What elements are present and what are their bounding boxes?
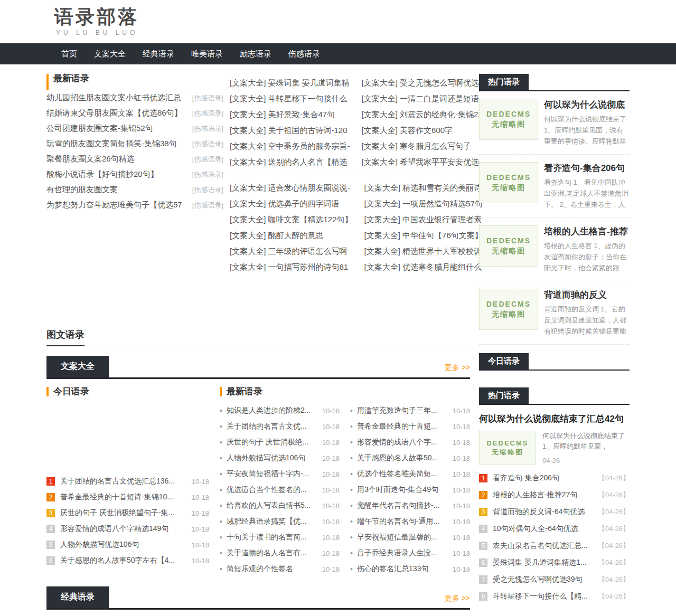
article-link[interactable]: 十句关于读书的名言简... bbox=[227, 533, 318, 542]
nav-item[interactable]: 唯美语录 bbox=[183, 43, 231, 64]
more-link[interactable]: 更多 >> bbox=[445, 594, 470, 608]
article-link[interactable]: 形容爱情的成语八个字... bbox=[357, 438, 448, 447]
article-link[interactable]: 为梦想努力奋斗励志唯美句子【优选57 bbox=[46, 200, 189, 210]
tab-classic[interactable]: 经典语录 bbox=[46, 586, 109, 608]
tab-hot-quotes-2[interactable]: 热门语录 bbox=[479, 387, 529, 404]
hot-quote-item[interactable]: DEDECMS 无缩略图 何以琛为什么说彻底 何以琛为什么说彻底结束了 1、应晖… bbox=[479, 91, 630, 155]
article-link[interactable]: 端午节的名言名句-通用... bbox=[357, 517, 448, 526]
tab-today-quotes[interactable]: 今日语录 bbox=[479, 353, 529, 369]
site-logo[interactable]: 语录部落 YU LU BU LUO bbox=[0, 0, 139, 36]
article-link[interactable]: [文案大全] 适合发心情朋友圈说说- bbox=[230, 183, 350, 192]
article-link[interactable]: [文案大全] 一句描写苏州的诗句81 bbox=[230, 262, 348, 271]
article-link[interactable]: [文案大全] 寒冬腊月怎么写句子 bbox=[362, 141, 472, 150]
article-link[interactable]: 关于团结的名言古文优选汇总136... bbox=[60, 477, 187, 486]
article-link[interactable]: [文案大全] 精选和雪有关的美丽诗 bbox=[364, 183, 482, 192]
article-link[interactable]: [文案大全] 美容作文600字 bbox=[362, 126, 453, 135]
hot-quote-item[interactable]: DEDECMS 无缩略图 看齐造句-集合206句 看齐造句 1、看见中国队冲出亚… bbox=[479, 155, 630, 218]
article-link[interactable]: 给喜欢的人写表白情书5... bbox=[227, 501, 318, 510]
article-link[interactable]: 厌世的句子 厌世消极绝... bbox=[227, 438, 318, 447]
article-link[interactable]: 关于道德的名人名言有... bbox=[227, 548, 318, 558]
article-title[interactable]: 培根的人生格言-推荐 bbox=[544, 225, 630, 238]
article-link[interactable]: 受之无愧怎么写啊优选39句 bbox=[493, 575, 594, 584]
article-link[interactable]: 关于团结的名言古文优... bbox=[227, 422, 318, 431]
article-link[interactable]: [文案大全] 斗转星移下一句接什么 bbox=[230, 94, 348, 103]
article-link[interactable]: 幼儿园招生朋友圈文案小红书优选汇总 bbox=[46, 93, 189, 103]
article-link[interactable]: 10句对偶句大全-64句优选 bbox=[493, 524, 594, 534]
article-link[interactable]: 知识是人类进步的阶梯2... bbox=[227, 406, 318, 415]
article-link[interactable]: 减肥经典语录搞笑【优... bbox=[227, 517, 318, 526]
article-link[interactable]: 伤心的签名汇总133句 bbox=[357, 564, 448, 574]
tab-hot-quotes[interactable]: 热门语录 bbox=[479, 74, 529, 90]
article-link[interactable]: 吕子乔经典语录人生没... bbox=[357, 548, 448, 558]
article-link[interactable]: 斗转星移下一句接什么【精... bbox=[493, 592, 594, 601]
more-link[interactable]: 更多 >> bbox=[445, 363, 470, 377]
article-link[interactable]: 结婚请柬父母朋友圈文案【优选86句】 bbox=[46, 108, 189, 118]
article-link[interactable]: 觉醒年代名言名句摘抄-... bbox=[357, 501, 448, 510]
category-tag[interactable]: [伤感语录] bbox=[192, 201, 223, 210]
article-link[interactable]: 人物外貌描写优选106句 bbox=[60, 540, 187, 549]
article-link[interactable]: 形容爱情的成语八个字精选149句 bbox=[60, 524, 187, 534]
nav-item[interactable]: 文案大全 bbox=[86, 43, 134, 64]
article-link[interactable]: 简短乐观的个性签名 bbox=[227, 564, 318, 574]
article-link[interactable]: 晏殊词集 晏几道词集精选1... bbox=[493, 558, 594, 567]
article-link[interactable]: [文案大全] 优选鼻子的四字词语 bbox=[230, 199, 340, 208]
article-title[interactable]: 看齐造句-集合206句 bbox=[544, 162, 630, 174]
article-link[interactable]: [文案大全] 酩酊大醉的意思 bbox=[230, 231, 324, 240]
featured-article[interactable]: 何以琛为什么说彻底结束了汇总42句 DEDECMS 无缩略图 何以琛为什么说彻底… bbox=[479, 405, 630, 470]
tab-copywriting[interactable]: 文案大全 bbox=[46, 356, 109, 377]
category-tag[interactable]: [伤感语录] bbox=[192, 93, 223, 103]
category-tag[interactable]: [伤感语录] bbox=[192, 139, 223, 149]
article-link[interactable]: 看齐造句-集合206句 bbox=[493, 473, 594, 483]
featured-title[interactable]: 何以琛为什么说彻底结束了汇总42句 bbox=[479, 413, 630, 425]
article-link[interactable]: 玩雪的朋友圈文案简短搞笑-集锦38句 bbox=[46, 139, 189, 149]
article-link[interactable]: 用3个时而造句-集合49句 bbox=[357, 485, 448, 495]
article-link[interactable]: [文案大全] 送别的名人名言【精选 bbox=[230, 157, 348, 166]
article-link[interactable]: 背道而驰的反义词-64句优选 bbox=[493, 507, 594, 517]
category-tag[interactable]: [伤感语录] bbox=[192, 155, 223, 164]
article-link[interactable]: 平安夜简短祝福十字内-... bbox=[227, 469, 318, 479]
nav-item[interactable]: 励志语录 bbox=[231, 43, 280, 64]
article-link[interactable]: [文案大全] 关于祖国的古诗词-120 bbox=[230, 126, 348, 135]
article-link[interactable]: [文案大全] 中国农业银行管理者素 bbox=[364, 215, 482, 224]
article-link[interactable]: [文案大全] 三年级的评语怎么写啊 bbox=[230, 247, 348, 255]
article-link[interactable]: [文案大全] 咖啡文案【精选122句】 bbox=[230, 215, 353, 224]
article-link[interactable]: 普希金最经典的十首短... bbox=[357, 422, 448, 431]
article-link[interactable]: [文案大全] 空中乘务员的服务宗旨- bbox=[230, 141, 350, 150]
article-link[interactable]: 厌世的句子 厌世消极绝望句子-集... bbox=[60, 508, 187, 518]
article-link[interactable]: 用滥竽充数造句子三年... bbox=[357, 406, 448, 415]
article-link[interactable]: 优选个性签名唯美简短... bbox=[357, 469, 448, 479]
article-link[interactable]: [文案大全] 受之无愧怎么写啊优选 bbox=[362, 78, 480, 87]
hot-quote-item[interactable]: DEDECMS 无缩略图 背道而驰的反义 背道而驰的反义词 1、它的反义词则是迷… bbox=[479, 281, 630, 345]
article-title[interactable]: 何以琛为什么说彻底 bbox=[544, 99, 630, 111]
article-link[interactable]: [文案大全] 精选世界十大军校校训 bbox=[364, 247, 482, 255]
article-link[interactable]: 聚餐朋友圈文案26句精选 bbox=[46, 154, 189, 164]
nav-item[interactable]: 首页 bbox=[53, 43, 86, 64]
article-link[interactable]: [文案大全] 一清二白是词还是短语- bbox=[362, 94, 482, 103]
article-link[interactable]: 早安祝福短信最温馨的... bbox=[357, 533, 448, 542]
nav-item[interactable]: 伤感语录 bbox=[280, 43, 328, 64]
article-link[interactable]: [文案大全] 希望我家平平安安优选 bbox=[362, 157, 480, 166]
category-tag[interactable]: [伤感语录] bbox=[192, 185, 223, 195]
article-link[interactable]: 人物外貌描写优选106句 bbox=[227, 453, 318, 463]
hot-quote-item[interactable]: DEDECMS 无缩略图 培根的人生格言-推荐 培根的人生格言 1、虚伪的友谊有… bbox=[479, 218, 630, 281]
category-tag[interactable]: [伤感语录] bbox=[192, 124, 223, 134]
nav-item[interactable]: 经典语录 bbox=[134, 43, 183, 64]
article-link[interactable]: [文案大全] 晏殊词集 晏几道词集精 bbox=[230, 78, 350, 87]
article-link[interactable]: 普希金最经典的十首短诗-集锦10... bbox=[60, 492, 187, 502]
article-link[interactable]: [文案大全] 优选寒冬腊月能组什么 bbox=[364, 262, 482, 271]
article-link[interactable]: [文案大全] 刘震云的经典化-集锦23 bbox=[362, 110, 483, 119]
article-link[interactable]: 公司团建朋友圈文案-集锦52句 bbox=[46, 124, 189, 134]
article-link[interactable]: 关于感恩的名人故事50字左右【4... bbox=[60, 556, 187, 565]
article-link[interactable]: 有哲理的朋友圈文案 bbox=[46, 185, 189, 195]
article-link[interactable]: 优选适合当个性签名的... bbox=[227, 485, 318, 495]
article-link[interactable]: [文案大全] 中华佳句【76句文案】 bbox=[364, 231, 483, 240]
article-link[interactable]: 培根的人生格言-推荐27句 bbox=[493, 490, 594, 500]
article-title[interactable]: 背道而驰的反义 bbox=[544, 289, 630, 301]
article-link[interactable]: 酸梅小说语录【好句摘抄20句】 bbox=[46, 169, 189, 179]
article-link[interactable]: [文案大全] 一项居然造句精选57句 bbox=[364, 199, 483, 208]
article-link[interactable]: 关于感恩的名人故事50... bbox=[357, 453, 448, 463]
category-tag[interactable]: [伤感语录] bbox=[192, 109, 223, 118]
article-link[interactable]: [文案大全] 美好景致-集合47句 bbox=[230, 110, 335, 119]
article-link[interactable]: 农夫山泉名言名句优选汇总... bbox=[493, 541, 594, 551]
category-tag[interactable]: [伤感语录] bbox=[192, 170, 223, 179]
